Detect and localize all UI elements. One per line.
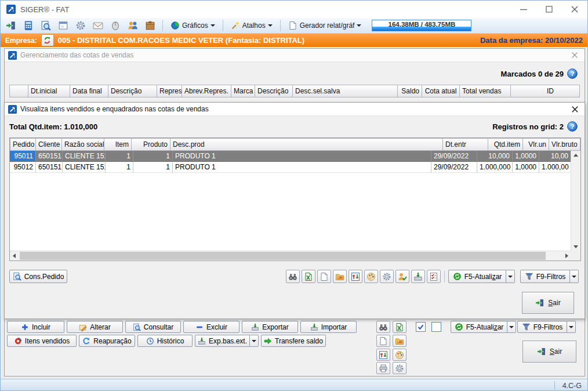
- grid-cell[interactable]: 1,0000: [513, 151, 539, 162]
- header-cell[interactable]: Repres: [157, 85, 182, 97]
- header-cell[interactable]: Abrev.Repres.: [182, 85, 231, 97]
- new-document-icon[interactable]: [317, 270, 331, 283]
- checkbox-unchecked[interactable]: [431, 322, 441, 332]
- grid-cell[interactable]: 1.000,000: [477, 162, 513, 173]
- header-cell[interactable]: Data final: [70, 85, 108, 97]
- header-cell[interactable]: Desc.prod: [170, 138, 443, 151]
- vertical-scrollbar[interactable]: [571, 151, 580, 251]
- gear-icon[interactable]: [380, 270, 394, 283]
- column-order-icon[interactable]: [376, 349, 390, 361]
- palette-icon[interactable]: [393, 349, 406, 361]
- grid-cell[interactable]: PRODUTO 1: [173, 162, 431, 173]
- grid-cell[interactable]: 95012: [10, 162, 36, 173]
- scroll-left-button[interactable]: [10, 251, 19, 260]
- scroll-right-button[interactable]: [562, 251, 571, 260]
- grid-cell[interactable]: 1.000,00: [539, 162, 571, 173]
- memory-indicator[interactable]: 164,38MB / 483,75MB: [372, 20, 471, 31]
- grid-cell[interactable]: 1: [106, 151, 133, 162]
- binoculars-icon[interactable]: [286, 270, 300, 283]
- gerador-dropdown[interactable]: Gerador relat/gráf: [286, 20, 364, 31]
- alterar-button[interactable]: Alterar: [67, 321, 123, 333]
- atalhos-dropdown[interactable]: Atalhos: [228, 20, 275, 31]
- exp-bas-ext-button[interactable]: Exp.bas.ext.: [195, 335, 250, 347]
- f9-filtros-button[interactable]: F9-Filtros: [517, 321, 567, 333]
- scroll-up-button[interactable]: [571, 151, 580, 160]
- header-cell[interactable]: Dt.inicial: [28, 85, 70, 97]
- calculator-icon[interactable]: [21, 19, 35, 32]
- header-cell[interactable]: Desc.sel.salva: [292, 85, 398, 97]
- users-icon[interactable]: [126, 19, 140, 32]
- header-cell[interactable]: Produto: [131, 138, 170, 151]
- header-cell[interactable]: [9, 85, 28, 97]
- consultar-button[interactable]: Consultar: [125, 321, 181, 333]
- help-icon[interactable]: [567, 68, 578, 79]
- grid-cell[interactable]: 1,0000: [513, 162, 539, 173]
- header-cell[interactable]: ID: [510, 85, 580, 97]
- mail-icon[interactable]: [91, 19, 105, 32]
- grid-cell[interactable]: PRODUTO 1: [173, 151, 431, 162]
- incluir-button[interactable]: Incluir: [7, 321, 64, 333]
- grid-cell[interactable]: 10,00: [539, 151, 571, 162]
- f9-dropdown-button[interactable]: [570, 270, 579, 283]
- grid-cell[interactable]: CLIENTE 151: [63, 151, 106, 162]
- exportar-button[interactable]: Exportar: [242, 321, 298, 333]
- exit-icon[interactable]: [4, 19, 18, 32]
- header-cell[interactable]: Saldo: [397, 85, 422, 97]
- header-cell[interactable]: Pedido: [10, 138, 36, 151]
- company-refresh-icon[interactable]: [41, 34, 54, 46]
- header-cell[interactable]: Descrição: [255, 85, 293, 97]
- gear-icon[interactable]: [74, 19, 88, 32]
- f5-dropdown-button[interactable]: [506, 270, 515, 283]
- graficos-dropdown[interactable]: Gráficos: [168, 20, 217, 31]
- exp-bas-ext-dropdown[interactable]: [250, 335, 259, 347]
- transfere-saldo-button[interactable]: Transfere saldo: [261, 335, 326, 347]
- cotas-close-icon[interactable]: [568, 50, 581, 60]
- header-cell[interactable]: Vlr.un: [522, 138, 549, 151]
- help-icon[interactable]: [567, 121, 578, 132]
- grid-cell[interactable]: 1: [106, 162, 133, 173]
- itens-close-icon[interactable]: [568, 104, 581, 114]
- header-cell[interactable]: Marca: [231, 85, 255, 97]
- grid-cell[interactable]: 1: [133, 162, 173, 173]
- grid-cell[interactable]: CLIENTE 151: [63, 162, 106, 173]
- grid-cell[interactable]: 29/09/2022: [431, 162, 477, 173]
- form-icon[interactable]: [56, 19, 70, 32]
- gear-icon[interactable]: [393, 362, 406, 374]
- column-order-icon[interactable]: [349, 270, 362, 283]
- palette-icon[interactable]: [364, 270, 378, 283]
- excel-export-icon[interactable]: [393, 321, 406, 333]
- f5-dropdown-button[interactable]: [507, 321, 516, 333]
- mouse-icon[interactable]: [108, 19, 122, 32]
- new-document-icon[interactable]: [376, 335, 390, 347]
- header-cell[interactable]: Vlr.bruto: [549, 138, 580, 151]
- folder-media-icon[interactable]: [333, 270, 347, 283]
- f5-atualizar-button[interactable]: F5-Atualizar: [451, 321, 507, 333]
- f9-filtros-button[interactable]: F9-Filtros: [520, 270, 570, 283]
- header-cell[interactable]: Item: [104, 138, 132, 151]
- import-icon[interactable]: [411, 270, 425, 283]
- sair-button[interactable]: Sair: [522, 292, 574, 314]
- checkbox-checked[interactable]: [416, 322, 426, 332]
- scrollbar-thumb[interactable]: [20, 252, 546, 260]
- folder-media-icon[interactable]: [393, 335, 406, 347]
- printer-icon[interactable]: [376, 362, 390, 374]
- excluir-button[interactable]: Excluir: [183, 321, 239, 333]
- header-cell[interactable]: Descrição: [108, 85, 157, 97]
- importar-button[interactable]: Importar: [300, 321, 357, 333]
- grid-cell[interactable]: 650151: [36, 162, 63, 173]
- binoculars-icon[interactable]: [376, 321, 390, 333]
- f9-dropdown-button[interactable]: [567, 321, 576, 333]
- table-row-selected[interactable]: 95011 650151 CLIENTE 151 1 1 PRODUTO 1 2…: [10, 151, 571, 162]
- cons-pedido-button[interactable]: Cons.Pedido: [9, 270, 67, 283]
- scroll-down-button[interactable]: [571, 242, 580, 251]
- header-cell[interactable]: Razão social: [61, 138, 104, 151]
- grid-cell[interactable]: 10,000: [477, 151, 513, 162]
- header-cell[interactable]: Cliente: [35, 138, 62, 151]
- header-cell[interactable]: Cota atual: [422, 85, 460, 97]
- horizontal-scrollbar[interactable]: [10, 251, 571, 260]
- grid-cell[interactable]: 650151: [36, 151, 63, 162]
- checklist-icon[interactable]: [427, 270, 441, 283]
- grid-cell[interactable]: 29/09/2022: [431, 151, 477, 162]
- grid-cell[interactable]: 95011: [10, 151, 36, 162]
- minimize-button[interactable]: [511, 1, 536, 18]
